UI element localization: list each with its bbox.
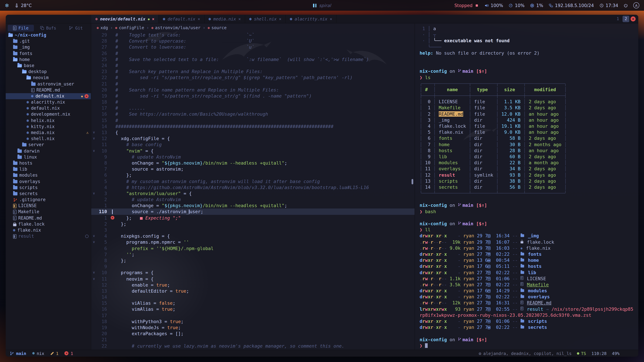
fold-chevron-icon[interactable]: ∨ (91, 148, 96, 154)
tree-item[interactable]: ❄development.nix (6, 111, 91, 117)
tree-item[interactable]: .gitignore (6, 197, 91, 203)
tree-item[interactable]: linux (6, 154, 91, 160)
close-buffer-icon[interactable]: × (198, 16, 200, 21)
code-line[interactable]: ∨10 "nvim" = { (91, 148, 414, 154)
code-line[interactable]: 21# (91, 81, 414, 87)
breadcrumb-segment[interactable]: ❄xdg (96, 25, 108, 30)
modified-count-segment[interactable]: 1 (50, 351, 58, 356)
explorer-tab-bufs[interactable]: Bufs (35, 25, 62, 31)
code-line[interactable]: ∨10 programs = { (91, 270, 414, 276)
network-widget[interactable]: 192.168.5.100/24 (548, 3, 594, 8)
tree-item[interactable]: LICENSE (6, 203, 91, 209)
code-line[interactable]: 19# sed -ri "s/pattern_str/replace_str/g… (91, 93, 414, 99)
code-line[interactable]: 7 source = astronvim; (91, 166, 414, 172)
code-line[interactable]: 9 (91, 264, 414, 270)
code-line[interactable]: 20# Search file name pattern and Replace… (91, 87, 414, 93)
tree-item[interactable]: ❄shell.nix (6, 136, 91, 142)
code-line[interactable]: 1× }; ■ Expecting ";" (91, 215, 414, 221)
tree-item[interactable]: home (6, 57, 91, 63)
code-line[interactable]: 6 }; (91, 172, 414, 178)
code-line[interactable]: 18# (91, 99, 414, 105)
tree-item[interactable]: ❄kitty.nix (6, 124, 91, 130)
close-buffer-icon[interactable]: × (152, 16, 154, 21)
tree-item[interactable]: ❄flake.nix (6, 227, 91, 233)
code-line[interactable]: 9 # update AstroNvim (91, 154, 414, 160)
code-line[interactable]: 17 (91, 312, 414, 318)
code-line[interactable]: 14 (91, 294, 414, 300)
close-tab-button[interactable]: × (630, 16, 636, 21)
tree-item[interactable]: lib (6, 166, 91, 172)
code-line[interactable]: 5 # my cusotom astronvim config, astronv… (91, 178, 414, 184)
volume-widget[interactable]: 100% (484, 3, 503, 8)
git-branch-segment[interactable]: main (10, 351, 26, 356)
code-line[interactable]: 7 ''; (91, 251, 414, 257)
code-line[interactable]: 110 source = ./astronvim_user; (91, 209, 414, 215)
code-line[interactable]: ∨13{ (91, 129, 414, 135)
fold-chevron-icon[interactable]: ∨ (91, 270, 96, 276)
code-line[interactable]: 19 withNodeJs = true; (91, 325, 414, 331)
code-line[interactable]: 11 # base config (91, 142, 414, 148)
fold-chevron-icon[interactable]: ∨ (91, 135, 96, 141)
breadcrumb-segment[interactable]: ❄source (208, 25, 226, 30)
editor-pane[interactable]: ❄xdg›❄configFile›❄astronvim/lua/user›❄so… (91, 23, 414, 350)
code-line[interactable]: 14######################################… (91, 123, 414, 129)
tree-item[interactable]: astronvim_user (6, 81, 91, 87)
code-area[interactable]: 29# Toggle text's case: `~`28# Convert t… (91, 32, 414, 349)
code-line[interactable]: 4 # https://github.com/AstroNvim/AstroNv… (91, 184, 414, 190)
code-line[interactable]: 1 onChange = "${pkgs.neovim}/bin/nvim --… (91, 203, 414, 209)
tree-item[interactable]: ❄default.nix (6, 105, 91, 111)
buffer-tab[interactable]: ❄neovim/default.nix●× (91, 15, 159, 23)
keyboard-layout-badge[interactable]: A (633, 2, 639, 8)
nixos-logo-icon[interactable]: ❄ (5, 2, 9, 8)
tree-item[interactable]: overlays (6, 178, 91, 185)
code-line[interactable]: ∨3 "astronvim/lua/user" = { (91, 190, 414, 196)
code-line[interactable]: 16 vimAlias = true; (91, 306, 414, 312)
tree-item[interactable]: neovim (6, 75, 91, 81)
disk-widget[interactable]: 10% (508, 3, 524, 8)
code-line[interactable]: 22# sed -ri "s/pattern_str/replace_str/g… (91, 75, 414, 81)
close-buffer-icon[interactable]: × (330, 16, 332, 21)
buffer-tab[interactable]: ❄media.nix× (204, 15, 245, 23)
code-line[interactable]: 3 (91, 227, 414, 233)
code-line[interactable]: 8 }; (91, 257, 414, 264)
tree-item[interactable]: result (6, 233, 91, 239)
tree-item[interactable]: ~/nix-config (6, 32, 91, 38)
tree-item[interactable]: darwin (6, 148, 91, 154)
explorer-tab-git[interactable]: Git (63, 25, 89, 31)
code-line[interactable]: 16# See https://astronvim.com/Basic%20Us… (91, 111, 414, 117)
fold-chevron-icon[interactable]: ∨ (91, 190, 96, 196)
code-line[interactable]: 8 onChange = "${pkgs.neovim}/bin/nvim --… (91, 160, 414, 166)
code-line[interactable]: 13 defaultEditor = true; (91, 288, 414, 294)
error-count-segment[interactable]: × 1 (64, 351, 73, 356)
code-line[interactable]: 22 # currently we use lazy.nvim as neovi… (91, 343, 414, 349)
fold-chevron-icon[interactable]: ∨ (91, 233, 96, 239)
code-line[interactable]: ∨5 programs.npm.npmrc = '' (91, 239, 414, 245)
tree-item[interactable]: README.md (6, 215, 91, 221)
terminal-pane[interactable]: 1 │ a · │ ┬ · │ ╰── executable was not f… (415, 23, 638, 350)
buffer-tab[interactable]: ❄shell.nix× (245, 15, 286, 23)
tree-item[interactable]: desktop (6, 69, 91, 75)
code-line[interactable]: 17# ...... (91, 105, 414, 111)
code-line[interactable]: 20 extraPackages = []; (91, 331, 414, 337)
code-line[interactable]: 23# Search key pattern and Replace in Mu… (91, 68, 414, 74)
tree-item[interactable]: secrets (6, 191, 91, 197)
code-line[interactable]: 21 (91, 337, 414, 343)
tree-item[interactable]: flake.lock (6, 221, 91, 227)
tree-item[interactable]: .git (6, 38, 91, 44)
explorer-tab-file[interactable]: File (8, 25, 34, 31)
tree-item[interactable]: README.md (6, 87, 91, 93)
code-line[interactable]: 28# Convert to uppercase: `U` (91, 38, 414, 44)
code-line[interactable]: 15# (91, 117, 414, 123)
breadcrumb-segment[interactable]: ❄astronvim/lua/user (151, 25, 200, 30)
code-line[interactable]: 2 }; (91, 221, 414, 227)
clock-widget[interactable]: 17:34 (599, 3, 618, 8)
tree-item[interactable]: scripts (6, 185, 91, 191)
tabpage-2[interactable]: 2 (622, 16, 629, 22)
tree-item[interactable]: Makefile (6, 209, 91, 215)
tree-item[interactable]: hosts (6, 160, 91, 166)
fold-chevron-icon[interactable]: ∨ (91, 129, 96, 135)
temperature-widget[interactable]: 28°C (14, 3, 32, 8)
code-line[interactable]: 6 prefix = ''${HOME}/.npm-global (91, 245, 414, 251)
code-line[interactable]: 15 viAlias = false; (91, 300, 414, 306)
code-line[interactable]: ∨11 neovim = { (91, 276, 414, 282)
